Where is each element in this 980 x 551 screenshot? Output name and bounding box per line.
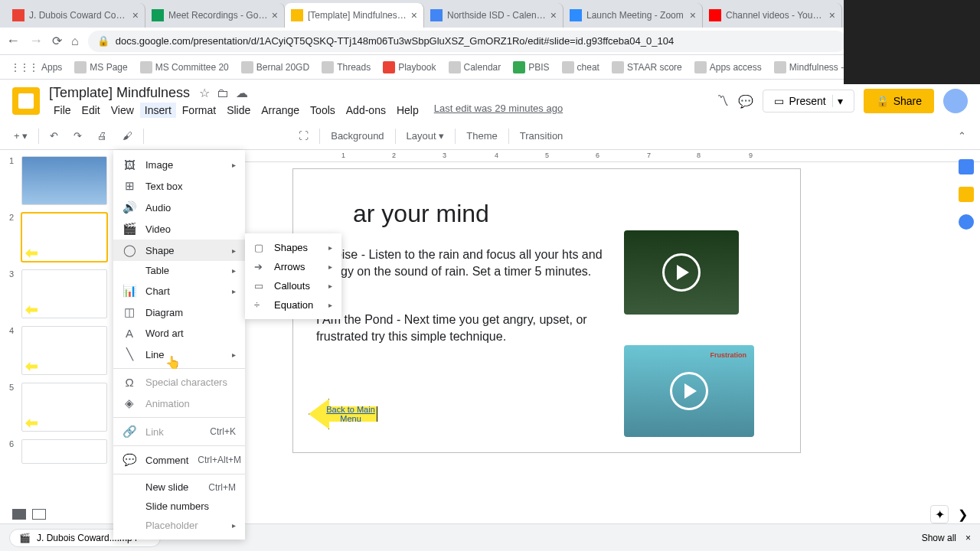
- video-thumbnail[interactable]: Frustration: [624, 345, 754, 437]
- menu-help[interactable]: Help: [392, 103, 423, 118]
- menu-view[interactable]: View: [106, 103, 139, 118]
- bookmark-item[interactable]: Apps access: [690, 58, 766, 77]
- explore-button[interactable]: ✦: [930, 505, 949, 523]
- filmstrip-view-button[interactable]: [12, 509, 26, 520]
- menu-format[interactable]: Format: [178, 103, 220, 118]
- menu-item-shape[interactable]: ◯Shape▸: [113, 240, 245, 261]
- menu-addons[interactable]: Add-ons: [341, 103, 390, 118]
- browser-tab[interactable]: J. Dubois Coward Counselor T×: [6, 3, 145, 28]
- close-icon[interactable]: ×: [829, 9, 835, 21]
- chevron-down-icon[interactable]: ▾: [832, 95, 843, 107]
- menu-item-wordart[interactable]: AWord art: [113, 323, 245, 344]
- slide-body-text[interactable]: I Am the Pond - Next time you get angry,…: [316, 311, 607, 346]
- close-icon[interactable]: ×: [132, 9, 139, 21]
- menu-edit[interactable]: Edit: [77, 103, 105, 118]
- back-link-arrow[interactable]: Back to Main Menu: [309, 399, 377, 429]
- menu-item-video[interactable]: 🎬Video: [113, 218, 245, 240]
- new-slide-button[interactable]: + ▾: [9, 127, 32, 145]
- slide-title[interactable]: Clear your mind: [316, 200, 777, 228]
- document-title[interactable]: [Template] Mindfulness: [49, 85, 190, 101]
- close-icon[interactable]: ×: [690, 9, 696, 21]
- slide-canvas[interactable]: Clear your mind e Noise - Listen to the …: [292, 168, 801, 453]
- fit-button[interactable]: ⛶: [294, 127, 313, 145]
- present-button[interactable]: ▭Present▾: [763, 90, 854, 112]
- home-button[interactable]: ⌂: [71, 34, 79, 48]
- menu-tools[interactable]: Tools: [305, 103, 340, 118]
- menu-file[interactable]: File: [49, 103, 76, 118]
- activity-icon[interactable]: 〽: [717, 94, 729, 108]
- menu-item-slidenumbers[interactable]: Slide numbers: [113, 497, 245, 516]
- show-all-button[interactable]: Show all: [922, 533, 956, 543]
- avatar[interactable]: [943, 89, 968, 113]
- back-button[interactable]: ←: [6, 33, 20, 49]
- paint-format-button[interactable]: 🖌: [118, 127, 137, 145]
- bookmark-item[interactable]: STAAR score: [607, 58, 687, 77]
- apps-button[interactable]: ⋮⋮⋮Apps: [6, 59, 67, 76]
- bookmark-item[interactable]: Threads: [317, 58, 375, 77]
- browser-tab[interactable]: Channel videos - YouTube Stu×: [703, 3, 842, 28]
- submenu-callouts[interactable]: ▭Callouts▸: [245, 276, 341, 295]
- close-icon[interactable]: ×: [965, 533, 971, 543]
- slide-thumbnail[interactable]: [21, 269, 107, 318]
- menu-arrange[interactable]: Arrange: [256, 103, 304, 118]
- reload-button[interactable]: ⟳: [52, 34, 62, 48]
- calendar-icon[interactable]: [959, 159, 974, 174]
- slide-thumbnail-selected[interactable]: [21, 213, 107, 262]
- forward-button[interactable]: →: [29, 33, 43, 49]
- last-edit-link[interactable]: Last edit was 29 minutes ago: [434, 103, 563, 118]
- comments-icon[interactable]: 💬: [738, 94, 753, 109]
- print-button[interactable]: 🖨: [93, 127, 112, 145]
- shape-icon: ◯: [122, 243, 136, 257]
- star-icon[interactable]: ☆: [199, 86, 210, 99]
- move-icon[interactable]: 🗀: [217, 86, 229, 99]
- bookmark-item[interactable]: Calendar: [444, 58, 506, 77]
- browser-tab[interactable]: Meet Recordings - Google Dr×: [145, 3, 285, 28]
- collapse-button[interactable]: ⌃: [953, 127, 971, 145]
- slides-logo-icon[interactable]: [12, 87, 40, 115]
- slide-body-text[interactable]: e Noise - Listen to the rain and focus a…: [316, 246, 607, 281]
- bookmark-item[interactable]: Bernal 20GD: [237, 58, 314, 77]
- browser-tab[interactable]: Northside ISD - Calendar - We×: [424, 3, 564, 28]
- menu-item-diagram[interactable]: ◫Diagram: [113, 302, 245, 323]
- bookmark-item[interactable]: Playbook: [378, 58, 440, 77]
- menu-item-chart[interactable]: 📊Chart▸: [113, 280, 245, 302]
- slide-thumbnail[interactable]: [21, 439, 107, 464]
- menu-item-image[interactable]: 🖼Image▸: [113, 155, 245, 175]
- redo-button[interactable]: ↷: [69, 127, 87, 145]
- slide-thumbnail[interactable]: [21, 326, 107, 375]
- slide-thumbnail[interactable]: [21, 156, 107, 205]
- grid-view-button[interactable]: [32, 509, 46, 520]
- menu-item-table[interactable]: Table▸: [113, 261, 245, 280]
- submenu-equation[interactable]: ÷Equation▸: [245, 295, 341, 315]
- menu-slide[interactable]: Slide: [222, 103, 255, 118]
- menu-item-textbox[interactable]: ⊞Text box: [113, 175, 245, 197]
- menu-item-comment[interactable]: 💬CommentCtrl+Alt+M: [113, 449, 245, 471]
- submenu-shapes[interactable]: ▢Shapes▸: [245, 238, 341, 257]
- submenu-arrows[interactable]: ➔Arrows▸: [245, 257, 341, 276]
- theme-button[interactable]: Theme: [462, 127, 501, 145]
- close-icon[interactable]: ×: [272, 9, 278, 21]
- bookmark-item[interactable]: cheat: [557, 58, 604, 77]
- menu-item-audio[interactable]: 🔊Audio: [113, 197, 245, 218]
- share-button[interactable]: 🔒Share: [864, 89, 934, 113]
- undo-button[interactable]: ↶: [45, 127, 63, 145]
- video-thumbnail[interactable]: [624, 230, 739, 315]
- menu-insert[interactable]: Insert: [140, 103, 176, 118]
- keep-icon[interactable]: [959, 187, 974, 202]
- layout-button[interactable]: Layout ▾: [402, 127, 449, 145]
- bookmark-item[interactable]: PBIS: [508, 58, 554, 77]
- transition-button[interactable]: Transition: [515, 127, 568, 145]
- tasks-icon[interactable]: [959, 214, 974, 230]
- url-input[interactable]: 🔒docs.google.com/presentation/d/1ACyiQT5…: [88, 31, 847, 52]
- bookmark-item[interactable]: MS Committee 20: [136, 58, 234, 77]
- chevron-right-icon[interactable]: ❯: [958, 507, 968, 522]
- bookmark-item[interactable]: MS Page: [70, 58, 132, 77]
- cloud-icon[interactable]: ☁: [236, 86, 248, 99]
- close-icon[interactable]: ×: [550, 9, 557, 21]
- menu-item-newslide[interactable]: New slideCtrl+M: [113, 478, 245, 497]
- browser-tab-active[interactable]: [Template] Mindfulness - Goo×: [285, 3, 424, 28]
- background-button[interactable]: Background: [326, 127, 388, 145]
- close-icon[interactable]: ×: [411, 9, 417, 21]
- browser-tab[interactable]: Launch Meeting - Zoom×: [564, 3, 703, 28]
- slide-thumbnail[interactable]: [21, 383, 107, 432]
